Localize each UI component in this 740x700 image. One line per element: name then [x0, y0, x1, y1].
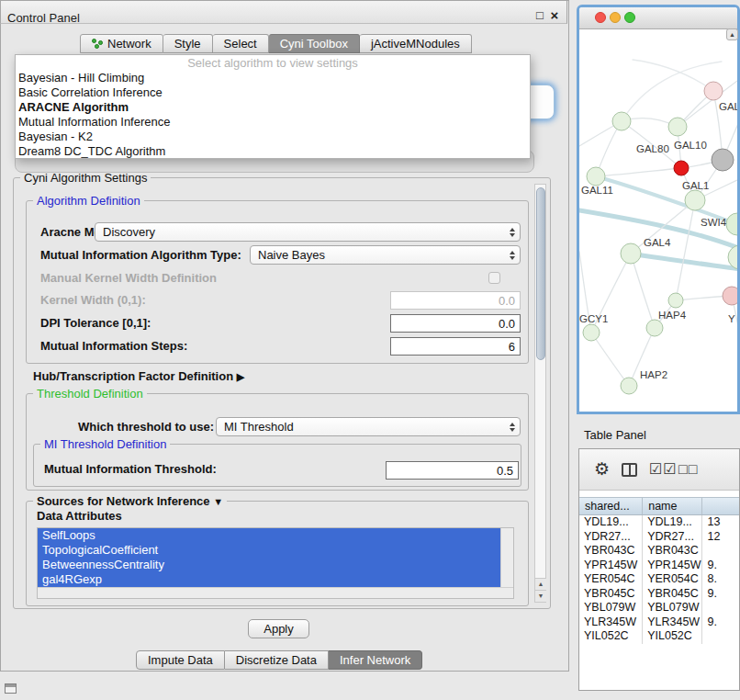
table-panel-title: Table Panel	[584, 428, 646, 442]
dropdown-item[interactable]: Bayesian - Hill Climbing	[16, 71, 530, 85]
dropdown-item[interactable]: Dream8 DC_TDC Algorithm	[16, 144, 530, 159]
node-label-GAL1: GAL1	[682, 180, 709, 191]
attribute-item[interactable]: SelfLoops	[38, 528, 500, 543]
node[interactable]	[723, 287, 737, 305]
settings-scrollbar[interactable]: ▲ ▼	[534, 184, 546, 603]
apply-button[interactable]: Apply	[248, 619, 309, 638]
scrollbar-thumb[interactable]	[536, 187, 545, 360]
network-canvas[interactable]: GAL80GAL10GALGAL11GAL1SWI4GAL4GCY1HAP4HA…	[579, 28, 737, 412]
edge[interactable]	[676, 200, 695, 300]
sources-toggle[interactable]: Sources for Network Inference ▼	[33, 494, 227, 508]
stepper-arrows-icon	[505, 228, 520, 237]
table-row[interactable]: YBR043CYBR043C	[579, 544, 739, 559]
columns-icon[interactable]	[622, 463, 637, 477]
tab-network[interactable]: Network	[80, 34, 163, 53]
float-window-icon[interactable]: □	[533, 9, 546, 22]
table-cell: YDR27...	[579, 530, 643, 545]
edge[interactable]	[591, 333, 629, 386]
node[interactable]	[646, 320, 663, 336]
chevron-right-icon: ▶	[237, 371, 244, 382]
table-cell: YPR145W	[643, 559, 702, 573]
table-row[interactable]: YIL052CYIL052C	[579, 629, 739, 644]
tab-select[interactable]: Select	[213, 34, 269, 53]
table-row[interactable]: YER054CYER054C8.	[579, 572, 739, 587]
mi-threshold-group-title: MI Threshold Definition	[40, 437, 170, 451]
node[interactable]	[612, 112, 631, 130]
node-label-GCY1: GCY1	[579, 313, 608, 324]
restore-panel-icon[interactable]	[5, 683, 17, 694]
node[interactable]	[726, 213, 737, 235]
aracne-mode-select[interactable]: Discovery	[95, 222, 521, 242]
tab-style[interactable]: Style	[163, 34, 213, 53]
table-row[interactable]: YLR345WYLR345W9.	[579, 615, 739, 630]
mi-threshold-field[interactable]	[386, 461, 519, 480]
table-row[interactable]: YDL19...YDL19...13	[579, 515, 739, 530]
table-cell: YBR045C	[643, 587, 702, 602]
attribute-item[interactable]: gal4RGexp	[38, 572, 500, 587]
close-icon[interactable]: ×	[548, 9, 561, 22]
attribute-item[interactable]: BetweennessCentrality	[38, 558, 500, 572]
node[interactable]	[587, 167, 605, 186]
scroll-up-arrow[interactable]: ▲	[535, 578, 546, 590]
table-cell: 13	[702, 515, 739, 530]
scroll-down-arrow[interactable]: ▼	[535, 590, 546, 602]
hub-section-toggle[interactable]: Hub/Transcription Factor Definition ▶	[33, 367, 244, 387]
mi-steps-label: Mutual Information Steps:	[40, 336, 187, 356]
mi-steps-field[interactable]	[390, 337, 521, 356]
node[interactable]	[712, 149, 734, 171]
table-row[interactable]: YDR27...YDR27...12	[579, 530, 739, 545]
dropdown-item[interactable]: Bayesian - K2	[16, 130, 530, 144]
network-view-window: GAL80GAL10GALGAL11GAL1SWI4GAL4GCY1HAP4HA…	[577, 5, 740, 414]
desktop: { "colors": { "selection_blue": "#3d6bd3…	[0, 0, 740, 700]
dropdown-item[interactable]: ARACNE Algorithm	[16, 100, 530, 115]
traffic-zoom-icon[interactable]	[624, 12, 635, 23]
traffic-close-icon[interactable]	[595, 12, 606, 23]
tab-jactivemnodules[interactable]: jActiveMNodules	[360, 34, 472, 53]
bottom-tab-infer-network[interactable]: Infer Network	[329, 650, 422, 670]
table-cell: YPR145W	[579, 559, 643, 573]
node[interactable]	[583, 324, 600, 341]
unchecked-boxes-icon[interactable]: □□	[678, 461, 698, 478]
tab-cyni-toolbox[interactable]: Cyni Toolbox	[269, 34, 360, 53]
table-cell	[702, 629, 739, 644]
kernel-width-field[interactable]	[390, 291, 521, 310]
node[interactable]	[668, 118, 687, 136]
node[interactable]	[685, 190, 705, 210]
which-threshold-select[interactable]: MI Threshold	[216, 417, 521, 436]
view-corner-button[interactable]: ▲	[726, 28, 738, 40]
column-header[interactable]	[702, 498, 739, 514]
control-panel-titlebar[interactable]	[0, 0, 567, 24]
network-window-titlebar[interactable]	[579, 7, 737, 29]
node[interactable]	[668, 293, 683, 308]
combo-value: MI Threshold	[217, 418, 505, 435]
table-cell: YBR043C	[643, 544, 702, 559]
table-row[interactable]: YBR045CYBR045C9.	[579, 587, 739, 602]
algorithm-definition-title: Algorithm Definition	[33, 194, 144, 208]
table-row[interactable]: YBL079WYBL079W	[579, 601, 739, 615]
dpi-tolerance-field[interactable]	[390, 314, 521, 333]
edge[interactable]	[631, 254, 655, 328]
table-cell: 9.	[702, 615, 739, 630]
bottom-tab-discretize-data[interactable]: Discretize Data	[225, 650, 329, 670]
node[interactable]	[704, 82, 723, 100]
checked-boxes-icon[interactable]: ☑☑	[649, 461, 678, 478]
column-header[interactable]: shared...	[579, 498, 643, 514]
list-horizontal-scrollbar[interactable]	[38, 587, 513, 598]
bottom-tab-impute-data[interactable]: Impute Data	[136, 650, 225, 670]
table-cell	[702, 601, 739, 615]
table-cell: 12	[702, 530, 739, 545]
gear-icon[interactable]: ⚙	[594, 461, 610, 478]
mi-type-select[interactable]: Naive Bayes	[250, 245, 521, 265]
list-vertical-scrollbar[interactable]	[500, 528, 513, 587]
node[interactable]	[621, 378, 637, 394]
traffic-minimize-icon[interactable]	[610, 12, 621, 23]
dropdown-item[interactable]: Mutual Information Inference	[16, 115, 530, 130]
node[interactable]	[674, 161, 689, 175]
dropdown-item[interactable]: Basic Correlation Inference	[16, 85, 530, 100]
attribute-item[interactable]: TopologicalCoefficient	[38, 543, 500, 558]
edge[interactable]	[596, 168, 681, 176]
manual-kernel-checkbox[interactable]	[488, 272, 500, 284]
column-header[interactable]: name	[643, 498, 702, 514]
table-row[interactable]: YPR145WYPR145W9.	[579, 559, 739, 573]
node[interactable]	[621, 243, 641, 264]
